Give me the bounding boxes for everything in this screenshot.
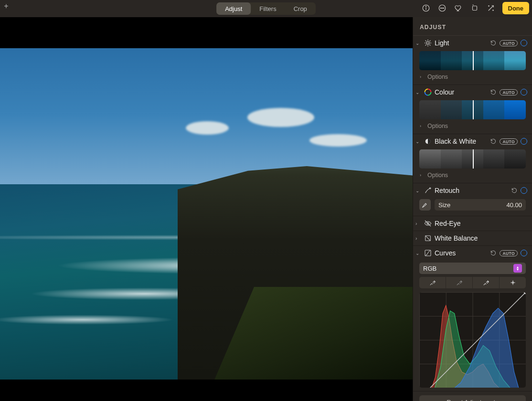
disclosure-icon[interactable]: ⌄ — [415, 41, 421, 46]
svg-line-16 — [430, 45, 430, 45]
reset-icon[interactable] — [490, 89, 497, 95]
white-point-picker[interactable] — [473, 277, 499, 288]
options-label: Options — [427, 74, 448, 80]
section-white-balance: › White Balance — [413, 231, 532, 246]
size-label: Size — [438, 201, 450, 209]
retouch-size-field[interactable]: Size 40.00 — [435, 199, 526, 211]
enable-ring[interactable] — [521, 187, 527, 194]
add-point-button[interactable] — [500, 277, 526, 288]
reset-adjustments-button[interactable]: Reset Adjustments — [419, 395, 526, 401]
bw-options[interactable]: › Options — [413, 170, 532, 182]
done-button[interactable]: Done — [502, 2, 530, 14]
section-title: Black & White — [435, 137, 487, 145]
svg-point-5 — [442, 8, 443, 9]
reset-icon[interactable] — [511, 187, 518, 194]
tab-adjust[interactable]: Adjust — [216, 2, 251, 15]
svg-point-2 — [426, 6, 426, 7]
auto-button[interactable]: AUTO — [500, 250, 518, 256]
image-canvas[interactable] — [0, 17, 413, 401]
disclosure-icon[interactable]: › — [415, 236, 421, 241]
svg-point-8 — [488, 6, 489, 7]
light-icon — [424, 39, 432, 47]
disclosure-icon[interactable]: ⌄ — [415, 90, 421, 95]
section-title: Retouch — [435, 187, 508, 194]
options-label: Options — [427, 172, 448, 179]
colour-options[interactable]: › Options — [413, 121, 532, 133]
svg-line-15 — [426, 41, 426, 41]
grey-point-picker[interactable] — [446, 277, 472, 288]
bw-preview-strip[interactable] — [419, 149, 526, 169]
size-value: 40.00 — [506, 201, 522, 209]
bw-icon — [424, 137, 432, 145]
section-light: ⌄ Light AUTO › Opti — [413, 36, 532, 85]
section-red-eye: › Red-Eye — [413, 216, 532, 231]
mode-segmented-control: Adjust Filters Crop — [216, 2, 316, 15]
more-icon[interactable] — [437, 3, 447, 13]
adjust-panel: ADJUST ⌄ Light AUTO — [413, 17, 532, 401]
curves-picker-row — [419, 277, 526, 288]
retouch-icon — [424, 187, 432, 194]
svg-point-10 — [426, 42, 429, 44]
reset-icon[interactable] — [490, 250, 497, 256]
light-preview-strip[interactable] — [419, 51, 526, 70]
reset-icon[interactable] — [490, 138, 497, 145]
section-title: White Balance — [435, 234, 527, 242]
auto-button[interactable]: AUTO — [500, 138, 518, 145]
photo-preview — [0, 48, 413, 380]
chevron-right-icon: › — [420, 124, 426, 128]
section-retouch: ⌄ Retouch Size 40.00 — [413, 183, 532, 216]
white-balance-icon — [424, 234, 432, 242]
disclosure-icon[interactable]: › — [415, 221, 421, 226]
select-arrows-icon: ▲▼ — [513, 264, 522, 273]
enable-ring[interactable] — [521, 250, 527, 256]
info-icon[interactable] — [421, 3, 431, 13]
section-title: Light — [435, 39, 487, 47]
options-label: Options — [427, 123, 448, 129]
section-curves: ⌄ Curves AUTO RGB ▲▼ — [413, 246, 532, 391]
colour-icon — [424, 88, 432, 96]
chevron-right-icon: › — [420, 173, 426, 178]
svg-point-6 — [443, 8, 444, 9]
add-icon[interactable]: + — [2, 2, 11, 11]
section-title: Red-Eye — [435, 220, 527, 227]
top-toolbar: + Adjust Filters Crop Done — [0, 0, 532, 17]
tab-crop[interactable]: Crop — [285, 2, 316, 15]
colour-preview-strip[interactable] — [419, 100, 526, 119]
auto-button[interactable]: AUTO — [500, 40, 518, 46]
disclosure-icon[interactable]: ⌄ — [415, 188, 421, 193]
section-colour: ⌄ Colour AUTO › Opt — [413, 85, 532, 134]
enable-ring[interactable] — [521, 40, 527, 46]
disclosure-icon[interactable]: ⌄ — [415, 139, 421, 144]
black-point-picker[interactable] — [419, 277, 446, 288]
enable-ring[interactable] — [521, 89, 527, 95]
reset-icon[interactable] — [490, 40, 497, 46]
channel-value: RGB — [423, 265, 436, 272]
svg-point-4 — [440, 8, 441, 9]
auto-enhance-icon[interactable] — [486, 3, 496, 13]
chevron-right-icon: › — [420, 74, 426, 79]
tab-filters[interactable]: Filters — [251, 2, 285, 15]
favourite-icon[interactable] — [454, 3, 463, 13]
panel-header: ADJUST — [413, 17, 532, 36]
retouch-brush-button[interactable] — [419, 199, 431, 211]
curves-channel-select[interactable]: RGB ▲▼ — [419, 263, 526, 274]
curves-icon — [424, 249, 432, 257]
svg-rect-7 — [472, 6, 477, 11]
auto-button[interactable]: AUTO — [500, 89, 518, 95]
curves-graph[interactable] — [419, 292, 526, 388]
light-options[interactable]: › Options — [413, 72, 532, 84]
section-title: Curves — [435, 249, 487, 257]
toolbar-right: Done — [421, 2, 530, 14]
svg-line-17 — [426, 45, 426, 45]
svg-point-9 — [492, 10, 493, 11]
section-black-white: ⌄ Black & White AUTO › — [413, 134, 532, 183]
enable-ring[interactable] — [521, 138, 527, 145]
rotate-icon[interactable] — [470, 3, 479, 13]
disclosure-icon[interactable]: ⌄ — [415, 251, 421, 256]
red-eye-icon — [424, 220, 432, 227]
svg-line-18 — [430, 41, 430, 41]
section-title: Colour — [435, 88, 487, 96]
